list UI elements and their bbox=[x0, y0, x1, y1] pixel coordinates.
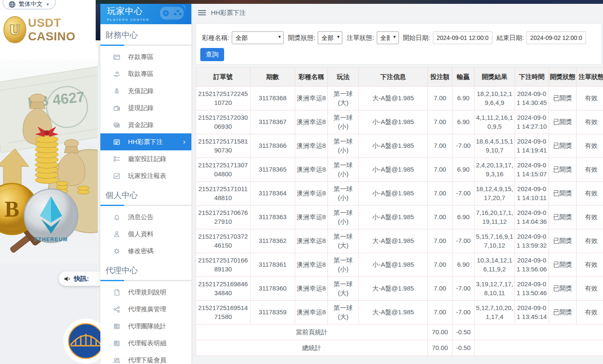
column-header: 下注時間 bbox=[515, 68, 549, 87]
search-button[interactable]: 查詢 bbox=[200, 48, 224, 61]
table-cell: 31178359 bbox=[250, 301, 295, 324]
language-selector[interactable]: 繁体中文 ▼ bbox=[3, 0, 56, 9]
summary-bet-total: 70.00 bbox=[428, 324, 452, 340]
sidebar-item-label: 個人資料 bbox=[128, 230, 154, 238]
table-cell: 小-A盤@1.985 bbox=[359, 206, 428, 229]
summary-win-total: -0.50 bbox=[452, 324, 475, 340]
sidebar-item-label: 消息公告 bbox=[128, 213, 154, 221]
menu-toggle-icon[interactable] bbox=[198, 9, 206, 17]
table-row: 215217251695147158031178359澳洲幸运8第一球(大)大-… bbox=[196, 301, 603, 324]
user-icon bbox=[113, 231, 120, 238]
sidebar-item-label: 充值記錄 bbox=[128, 87, 154, 95]
globe-icon bbox=[9, 0, 16, 8]
column-header: 開獎狀態 bbox=[549, 68, 577, 87]
section-underline bbox=[100, 205, 191, 206]
end-date-input[interactable] bbox=[526, 31, 586, 44]
order-status-label: 注單狀態: bbox=[347, 34, 374, 42]
table-cell: 7.00 bbox=[428, 182, 452, 206]
draw-status-select[interactable]: 全部 bbox=[318, 31, 342, 44]
table-cell: -7.00 bbox=[452, 182, 475, 206]
background-gap bbox=[96, 0, 100, 40]
summary-row: 當前頁統計70.00-0.50 bbox=[196, 324, 603, 340]
table-cell: 已開獎 bbox=[549, 277, 577, 301]
sidebar-item-player-bet-report[interactable]: 玩家投注報表 bbox=[100, 167, 191, 184]
sidebar-item-agent-report-detail[interactable]: 代理報表明細 bbox=[100, 335, 191, 352]
table-row: 215217251715819073031178366澳洲幸运8第一球(小)小-… bbox=[196, 134, 603, 158]
table-cell: 澳洲幸运8 bbox=[295, 158, 328, 182]
table-cell: 有效 bbox=[577, 206, 603, 229]
summary-label: 當前頁統計 bbox=[196, 324, 428, 340]
speaker-icon bbox=[64, 275, 71, 282]
table-cell: 有效 bbox=[577, 110, 603, 134]
section-header: 個人中心 bbox=[100, 184, 191, 205]
sidebar-item-profile[interactable]: 個人資料 bbox=[100, 226, 191, 243]
handcoin-icon bbox=[113, 71, 120, 78]
chart-icon bbox=[113, 172, 120, 180]
table-cell: 有效 bbox=[577, 182, 603, 206]
table-cell: 澳洲幸运8 bbox=[295, 110, 328, 134]
lottery-select[interactable]: 全部 bbox=[232, 31, 284, 44]
news-ticker-button[interactable]: 快訊: bbox=[59, 271, 105, 286]
table-cell: 澳洲幸运8 bbox=[295, 301, 328, 324]
table-cell: 18,2,10,12,19,6,4,9 bbox=[475, 87, 515, 110]
table-cell: 2024-09-01 14:19:41 bbox=[515, 134, 549, 158]
sidebar-item-hh-lottery-bets[interactable]: HH彩票下注› bbox=[100, 133, 191, 150]
sidebar-item-withdraw-zone[interactable]: 取款專區 bbox=[100, 65, 191, 82]
column-header: 期數 bbox=[250, 68, 295, 87]
sidebar: 玩家中心 PLAYERS CENTER 財務中心存款專區取款專區充值記錄提現記錄… bbox=[100, 0, 191, 364]
sidebar-item-label: HH彩票下注 bbox=[128, 138, 163, 146]
table-row: 215217251722451072031178368澳洲幸运8第一球(大)大-… bbox=[196, 87, 603, 110]
sidebar-item-withdraw-record[interactable]: 提現記錄 bbox=[100, 99, 191, 116]
summary-win-total: -0.50 bbox=[452, 340, 475, 356]
table-cell: 2152172517067627910 bbox=[196, 206, 250, 229]
order-status-select[interactable]: 全部 bbox=[377, 31, 399, 44]
gamepad-icon bbox=[159, 3, 187, 22]
gear-icon bbox=[113, 248, 120, 255]
sidebar-item-agent-promotion[interactable]: 代理推廣管理 bbox=[100, 301, 191, 318]
sidebar-item-label: 代理團隊統計 bbox=[128, 322, 166, 330]
table-cell: 7.00 bbox=[428, 87, 452, 110]
main-content: HH彩票下注 彩種名稱: 全部 開獎狀態: 全部 注單狀態: 全部 開始日期: … bbox=[191, 0, 603, 364]
sidebar-item-room-bet-record[interactable]: 廳室投註記錄 bbox=[100, 150, 191, 167]
doc-icon bbox=[113, 289, 120, 296]
table-cell: 5,12,7,10,20,1,17,4 bbox=[475, 301, 515, 324]
draw-status-label: 開獎狀態: bbox=[288, 34, 315, 42]
table-cell: 第一球(小) bbox=[328, 134, 359, 158]
table-cell: 2024-09-01 13:45:14 bbox=[515, 301, 549, 324]
page-title: HH彩票下注 bbox=[211, 9, 246, 17]
sidebar-item-change-password[interactable]: 修改密碼 bbox=[100, 243, 191, 260]
section-underline bbox=[100, 45, 191, 46]
section-underline bbox=[100, 280, 191, 281]
column-header: 投注額 bbox=[428, 68, 452, 87]
table-cell: 7.00 bbox=[428, 134, 452, 158]
table-cell: 小-A盤@1.985 bbox=[359, 158, 428, 182]
content-header: HH彩票下注 bbox=[191, 4, 603, 22]
table-cell: 7.00 bbox=[428, 229, 452, 253]
card-icon bbox=[113, 54, 120, 61]
sidebar-item-label: 修改密碼 bbox=[128, 247, 154, 255]
table-cell: 18,6,4,5,15,19,10,7 bbox=[475, 134, 515, 158]
table-cell: 2152172517016689130 bbox=[196, 253, 250, 277]
sidebar-item-announcements[interactable]: 消息公告 bbox=[100, 209, 191, 226]
svg-text:ETHEREUM: ETHEREUM bbox=[34, 237, 68, 243]
table-cell: 已開獎 bbox=[549, 301, 577, 324]
sidebar-item-recharge-record[interactable]: 充值記錄 bbox=[100, 82, 191, 99]
ethereum-coin: ETHEREUM bbox=[24, 189, 78, 243]
sidebar-item-agent-sub-members[interactable]: 代理下級會員 bbox=[100, 352, 191, 364]
sidebar-item-funds-record[interactable]: 資金記錄 bbox=[100, 116, 191, 133]
table-cell: -7.00 bbox=[452, 301, 475, 324]
sidebar-item-agent-team-stats[interactable]: 代理團隊統計 bbox=[100, 318, 191, 335]
table-cell: 7.00 bbox=[428, 110, 452, 134]
sidebar-item-deposit-zone[interactable]: 存款專區 bbox=[100, 48, 191, 65]
sidebar-item-label: 取款專區 bbox=[128, 70, 154, 78]
table-cell: 3,19,12,7,17,8,10,11 bbox=[475, 277, 515, 301]
sidebar-item-agent-rules[interactable]: 代理規則說明 bbox=[100, 284, 191, 301]
bets-table: 訂單號期數彩種名稱玩法下注信息投注額輸贏開獎結果下注時間開獎狀態注單狀態 215… bbox=[196, 67, 603, 356]
table-cell: 第一球(小) bbox=[328, 253, 359, 277]
table-cell: 澳洲幸运8 bbox=[295, 206, 328, 229]
start-date-input[interactable] bbox=[433, 31, 492, 44]
table-cell: 有效 bbox=[577, 301, 603, 324]
table-cell: 有效 bbox=[577, 229, 603, 253]
share-icon bbox=[113, 306, 120, 313]
table-cell: 澳洲幸运8 bbox=[295, 277, 328, 301]
